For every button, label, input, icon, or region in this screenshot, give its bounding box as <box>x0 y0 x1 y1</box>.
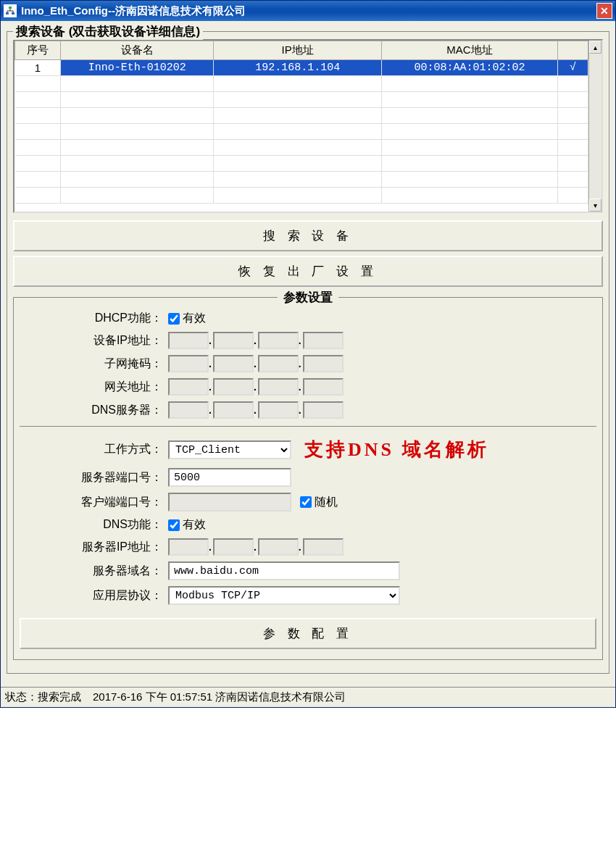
cell-ip: 192.168.1.104 <box>214 60 382 76</box>
subnet-1[interactable] <box>168 355 209 372</box>
server-ip-1[interactable] <box>168 538 209 556</box>
dns-func-label: DNS功能： <box>20 517 168 532</box>
client-area: 搜索设备 (双击获取设备详细信息) 序号 设备名 IP地址 MAC地址 <box>1 21 615 687</box>
server-ip-label: 服务器IP地址： <box>20 540 168 555</box>
scroll-up-button[interactable]: ▴ <box>589 41 602 54</box>
server-port-label: 服务器端口号： <box>20 470 168 485</box>
dns-func-valid-label: 有效 <box>183 517 206 532</box>
search-group-title: 搜索设备 (双击获取设备详细信息) <box>13 23 203 40</box>
cell-check: √ <box>557 60 588 76</box>
search-devices-button[interactable]: 搜 索 设 备 <box>13 220 603 251</box>
dns-server-label: DNS服务器： <box>20 403 168 418</box>
table-scrollbar[interactable]: ▴ ▾ <box>588 41 602 212</box>
scroll-track[interactable] <box>589 54 602 199</box>
gateway-4[interactable] <box>303 378 344 396</box>
server-ip-3[interactable] <box>258 538 299 556</box>
svg-rect-1 <box>6 12 9 14</box>
work-mode-select[interactable]: TCP_Client <box>168 440 291 459</box>
status-time: 2017-6-16 下午 01:57:51 济南因诺信息技术有限公司 <box>93 690 346 704</box>
gateway-label: 网关地址： <box>20 380 168 395</box>
scroll-down-button[interactable]: ▾ <box>589 199 602 212</box>
subnet-2[interactable] <box>213 355 254 372</box>
close-icon: ✕ <box>600 5 609 17</box>
dns-3[interactable] <box>258 401 299 419</box>
titlebar: Inno_Eth_Config--济南因诺信息技术有限公司 ✕ <box>1 1 615 21</box>
device-table-wrap: 序号 设备名 IP地址 MAC地址 1 Inno-Eth-010202 <box>13 39 603 213</box>
dhcp-checkbox[interactable] <box>168 313 180 325</box>
dhcp-valid-label: 有效 <box>183 311 206 326</box>
app-proto-label: 应用层协议： <box>20 588 168 603</box>
device-ip-2[interactable] <box>213 332 254 349</box>
server-ip-4[interactable] <box>303 538 344 556</box>
server-domain-input[interactable] <box>168 561 400 580</box>
svg-rect-2 <box>12 12 14 14</box>
app-icon <box>4 4 17 17</box>
subnet-3[interactable] <box>258 355 299 372</box>
gateway-3[interactable] <box>258 378 299 396</box>
divider <box>20 426 596 427</box>
cell-mac: 00:08:AA:01:02:02 <box>382 60 558 76</box>
device-ip-4[interactable] <box>303 332 344 349</box>
app-proto-select[interactable]: Modbus TCP/IP <box>168 586 400 605</box>
col-header-ip[interactable]: IP地址 <box>214 41 382 60</box>
dns-support-note: 支持DNS 域名解析 <box>304 437 489 462</box>
factory-reset-button[interactable]: 恢 复 出 厂 设 置 <box>13 256 603 287</box>
svg-rect-0 <box>9 7 12 9</box>
device-ip-label: 设备IP地址： <box>20 333 168 348</box>
dns-4[interactable] <box>303 401 344 419</box>
window-title: Inno_Eth_Config--济南因诺信息技术有限公司 <box>21 4 596 18</box>
dns-1[interactable] <box>168 401 209 419</box>
client-port-random-label: 随机 <box>315 495 338 510</box>
device-ip-3[interactable] <box>258 332 299 349</box>
arrow-up-icon: ▴ <box>594 43 597 51</box>
dns-func-checkbox[interactable] <box>168 519 180 531</box>
device-table[interactable]: 序号 设备名 IP地址 MAC地址 1 Inno-Eth-010202 <box>14 41 588 204</box>
client-port-label: 客户端端口号： <box>20 495 168 510</box>
client-port-input[interactable] <box>168 493 291 511</box>
cell-name: Inno-Eth-010202 <box>61 60 214 76</box>
client-port-random-checkbox[interactable] <box>300 496 312 508</box>
server-port-input[interactable] <box>168 468 291 487</box>
col-header-num[interactable]: 序号 <box>15 41 61 60</box>
col-header-check[interactable] <box>557 41 588 60</box>
col-header-mac[interactable]: MAC地址 <box>382 41 558 60</box>
arrow-down-icon: ▾ <box>594 201 597 209</box>
dhcp-label: DHCP功能： <box>20 311 168 326</box>
subnet-label: 子网掩码： <box>20 356 168 372</box>
cell-num: 1 <box>15 60 61 76</box>
device-ip-1[interactable] <box>168 332 209 349</box>
close-button[interactable]: ✕ <box>596 3 612 19</box>
gateway-2[interactable] <box>213 378 254 396</box>
gateway-1[interactable] <box>168 378 209 396</box>
status-bar: 状态：搜索完成 2017-6-16 下午 01:57:51 济南因诺信息技术有限… <box>1 687 615 707</box>
apply-params-button[interactable]: 参 数 配 置 <box>20 618 596 649</box>
app-window: Inno_Eth_Config--济南因诺信息技术有限公司 ✕ 搜索设备 (双击… <box>0 0 616 708</box>
dns-2[interactable] <box>213 401 254 419</box>
work-mode-label: 工作方式： <box>20 442 168 457</box>
server-domain-label: 服务器域名： <box>20 564 168 579</box>
search-group: 搜索设备 (双击获取设备详细信息) 序号 设备名 IP地址 MAC地址 <box>7 31 609 674</box>
col-header-name[interactable]: 设备名 <box>61 41 214 60</box>
subnet-4[interactable] <box>303 355 344 372</box>
table-row[interactable]: 1 Inno-Eth-010202 192.168.1.104 00:08:AA… <box>15 60 588 76</box>
params-group: 参数设置 DHCP功能： 有效 设备IP地址： . . . 子网掩码： . . <box>13 297 603 660</box>
params-group-title: 参数设置 <box>278 289 338 306</box>
status-state: 状态：搜索完成 <box>5 690 81 704</box>
server-ip-2[interactable] <box>213 538 254 556</box>
